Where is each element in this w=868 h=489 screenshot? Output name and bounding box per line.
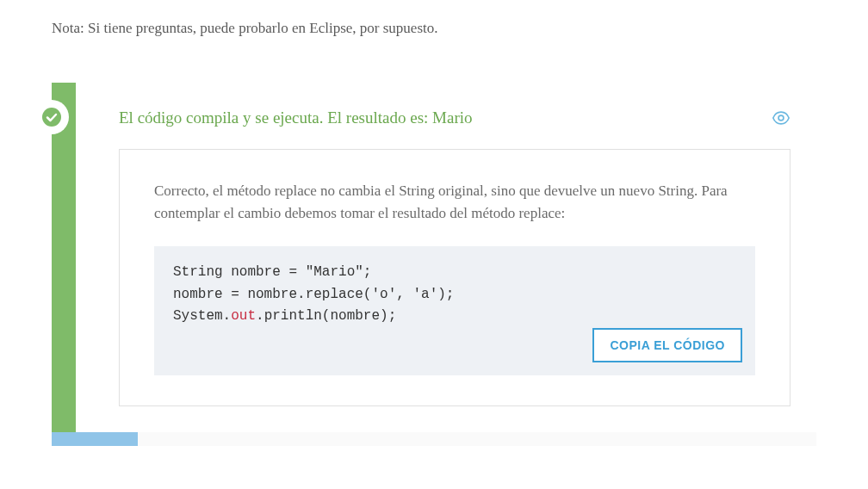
copy-code-button[interactable]: COPIA EL CÓDIGO [592, 328, 742, 362]
checkmark-icon [34, 100, 69, 134]
explanation-box: Correcto, el método replace no cambia el… [119, 149, 790, 406]
answer-header: El código compila y se ejecuta. El resul… [119, 108, 790, 127]
answer-card: El código compila y se ejecuta. El resul… [52, 83, 816, 432]
note-text: Nota: Si tiene preguntas, puede probarlo… [52, 17, 816, 40]
code-line-2: nombre = nombre.replace('o', 'a'); [173, 284, 736, 306]
code-line-3: System.out.println(nombre); [173, 306, 736, 328]
progress-bar [52, 432, 816, 446]
progress-bar-fill [52, 432, 138, 446]
answer-title: El código compila y se ejecuta. El resul… [119, 108, 473, 127]
explanation-text: Correcto, el método replace no cambia el… [154, 180, 755, 226]
svg-point-0 [42, 108, 61, 127]
svg-point-1 [778, 115, 784, 121]
code-block: String nombre = "Mario"; nombre = nombre… [154, 246, 755, 375]
visibility-icon[interactable] [772, 108, 790, 127]
code-line-1: String nombre = "Mario"; [173, 262, 736, 284]
